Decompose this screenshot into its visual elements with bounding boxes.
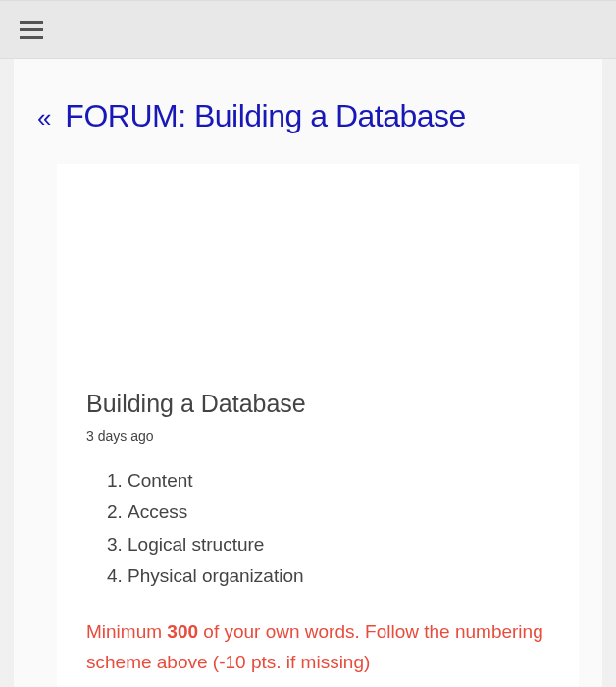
post-timestamp: 3 days ago bbox=[86, 428, 549, 444]
back-arrows-icon[interactable]: « bbox=[37, 103, 51, 132]
list-item: Access bbox=[128, 497, 549, 528]
list-item: Content bbox=[128, 465, 549, 497]
top-bar bbox=[0, 0, 616, 59]
post-list: Content Access Logical structure Physica… bbox=[86, 465, 549, 592]
post-note: Minimum 300 of your own words. Follow th… bbox=[86, 617, 549, 677]
list-item: Physical organization bbox=[128, 560, 549, 592]
post-card: Building a Database 3 days ago Content A… bbox=[57, 164, 579, 687]
hamburger-menu-icon[interactable] bbox=[20, 21, 43, 39]
note-pre: Minimum bbox=[86, 621, 167, 642]
content-wrapper: « FORUM: Building a Database Building a … bbox=[14, 59, 602, 687]
list-item: Logical structure bbox=[128, 529, 549, 560]
forum-label: FORUM: bbox=[65, 98, 185, 133]
forum-title[interactable]: « FORUM: Building a Database bbox=[37, 98, 579, 134]
post-title: Building a Database bbox=[86, 390, 549, 418]
note-bold: 300 bbox=[167, 621, 198, 642]
forum-topic: Building a Database bbox=[194, 98, 466, 133]
